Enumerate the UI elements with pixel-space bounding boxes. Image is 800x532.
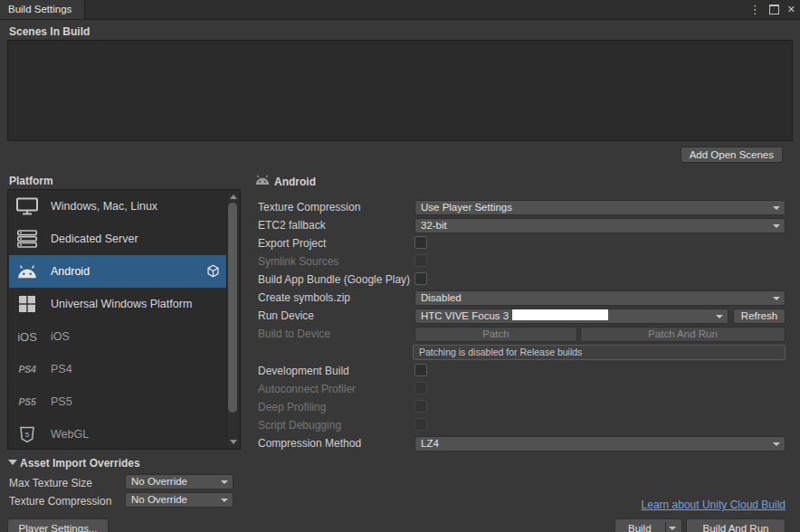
development-build-checkbox[interactable] [414, 364, 427, 376]
script-debugging-checkbox [414, 418, 427, 431]
uwp-icon [9, 295, 45, 313]
platform-item-label: Windows, Mac, Linux [51, 200, 157, 213]
android-icon [254, 175, 271, 188]
etc2-fallback-dropdown[interactable]: 32-bit [414, 218, 786, 233]
build-button-divider [665, 522, 666, 532]
title-bar: Build Settings ⋮ ✕ [0, 0, 800, 20]
platform-item-android[interactable]: Android [9, 255, 227, 288]
tab-build-settings[interactable]: Build Settings [0, 0, 85, 19]
run-device-value: HTC VIVE Focus 3 [421, 310, 509, 321]
patch-and-run-button: Patch And Run [580, 327, 786, 342]
desktop-icon [9, 197, 45, 215]
platform-item-windows-mac-linux[interactable]: Windows, Mac, Linux [9, 190, 227, 223]
build-app-bundle-checkbox[interactable] [414, 272, 427, 285]
platform-item-ps5[interactable]: PS5 PS5 [9, 385, 227, 418]
platform-item-label: WebGL [51, 428, 89, 441]
export-project-checkbox[interactable] [414, 236, 427, 249]
run-device-label: Run Device [258, 309, 314, 322]
deep-profiling-checkbox [414, 400, 427, 413]
platform-item-ps4[interactable]: PS4 PS4 [9, 353, 227, 385]
close-icon[interactable]: ✕ [787, 5, 795, 14]
autoconnect-profiler-label: Autoconnect Profiler [258, 383, 356, 395]
compression-method-dropdown[interactable]: LZ4 [414, 436, 786, 451]
ios-icon: iOS [9, 330, 45, 344]
platform-list: Windows, Mac, Linux Dedicated Server And… [7, 189, 241, 450]
create-symbols-zip-dropdown[interactable]: Disabled [414, 290, 786, 306]
svg-text:5: 5 [25, 430, 30, 438]
maximize-icon[interactable] [769, 5, 779, 14]
webgl-icon: 5 [9, 426, 45, 443]
platform-item-ios[interactable]: iOS iOS [9, 320, 227, 353]
symlink-sources-checkbox [414, 254, 427, 267]
patch-button: Patch [414, 327, 577, 342]
platform-title: Platform [9, 175, 53, 187]
window-menu-icon[interactable]: ⋮ [749, 4, 761, 15]
platform-item-dedicated-server[interactable]: Dedicated Server [9, 223, 227, 255]
learn-cloud-build-link[interactable]: Learn about Unity Cloud Build [642, 499, 786, 511]
build-button-label: Build [628, 523, 652, 532]
android-settings-header: Android [274, 176, 316, 188]
platform-item-label: Android [51, 265, 90, 278]
texture-compression-label: Texture Compression [258, 201, 360, 214]
build-button[interactable]: Build [614, 518, 682, 532]
max-texture-size-label: Max Texture Size [9, 477, 92, 489]
build-to-device-label: Build to Device [258, 328, 330, 340]
asset-import-overrides-title[interactable]: Asset Import Overrides [20, 457, 140, 470]
texture-compression-override-label: Texture Compression [9, 495, 111, 508]
autoconnect-profiler-checkbox [414, 382, 427, 394]
deep-profiling-label: Deep Profiling [258, 401, 326, 413]
platform-item-label: PS4 [51, 363, 72, 375]
platform-item-label: Dedicated Server [51, 233, 138, 245]
compression-method-label: Compression Method [258, 437, 361, 450]
refresh-button[interactable]: Refresh [733, 309, 786, 324]
build-app-bundle-label: Build App Bundle (Google Play) [258, 273, 410, 286]
symlink-sources-label: Symlink Sources [258, 255, 338, 268]
foldout-arrow-icon[interactable] [8, 460, 17, 465]
run-device-serial-redaction [512, 309, 608, 320]
platform-item-label: Universal Windows Platform [51, 298, 192, 310]
ps4-icon: PS4 [9, 364, 45, 375]
scenes-in-build-title: Scenes In Build [9, 25, 90, 38]
development-build-label: Development Build [258, 365, 349, 377]
platform-item-label: PS5 [51, 395, 72, 408]
ps5-icon: PS5 [9, 396, 45, 407]
server-icon [9, 230, 45, 248]
export-project-label: Export Project [258, 237, 326, 250]
build-dropdown-caret-icon[interactable] [669, 527, 676, 530]
unity-logo-icon [206, 264, 220, 280]
platform-scrollbar[interactable] [226, 191, 239, 448]
platform-item-label: iOS [51, 330, 70, 343]
script-debugging-label: Script Debugging [258, 419, 341, 432]
etc2-fallback-label: ETC2 fallback [258, 219, 326, 232]
patch-info-helpbox: Patching is disabled for Release builds [413, 345, 786, 360]
platform-item-universal-windows-platform[interactable]: Universal Windows Platform [9, 288, 227, 320]
create-symbols-zip-label: Create symbols.zip [258, 291, 350, 304]
texture-compression-dropdown[interactable]: Use Player Settings [414, 200, 786, 215]
scrollbar-thumb[interactable] [228, 203, 237, 413]
window-controls: ⋮ ✕ [749, 0, 795, 19]
platform-item-webgl[interactable]: 5 WebGL [9, 418, 227, 451]
scroll-down-icon[interactable] [230, 440, 237, 444]
android-icon [9, 265, 45, 279]
player-settings-button[interactable]: Player Settings... [7, 518, 109, 532]
build-settings-window: Build Settings ⋮ ✕ Scenes In Build Add O… [0, 0, 800, 532]
build-and-run-button[interactable]: Build And Run [686, 518, 786, 532]
max-texture-size-dropdown[interactable]: No Override [125, 474, 233, 489]
scroll-up-icon[interactable] [230, 195, 237, 199]
run-device-dropdown[interactable]: HTC VIVE Focus 3 [414, 309, 729, 324]
texture-compression-override-dropdown[interactable]: No Override [125, 492, 233, 508]
add-open-scenes-button[interactable]: Add Open Scenes [681, 147, 783, 163]
scenes-list[interactable] [7, 40, 793, 141]
